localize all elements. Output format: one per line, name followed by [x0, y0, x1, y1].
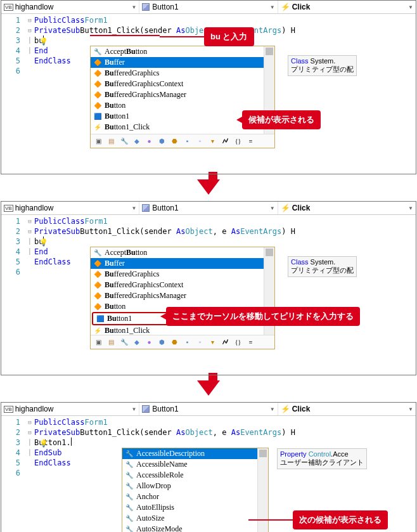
flow-arrow-icon: [197, 179, 220, 195]
intellisense-item-label: AllowDrop: [136, 481, 171, 491]
field-icon: 🔶: [93, 59, 102, 67]
intellisense-item[interactable]: 🔶Button: [91, 100, 264, 111]
intellisense-popup[interactable]: 🔧AcceptButton🔶Buffer🔶BufferedGraphics🔶Bu…: [90, 46, 275, 148]
intellisense-item-label: Button: [105, 302, 125, 311]
lightbulb-icon[interactable]: 💡: [39, 439, 48, 449]
dropdown-icon[interactable]: ▼: [408, 4, 413, 10]
wrench-icon: 🔧: [125, 515, 134, 522]
wrench-icon: 🔧: [93, 249, 102, 257]
intellisense-item-label: AutoSize: [136, 514, 165, 523]
intellisense-item[interactable]: 🔧AcceptButton: [91, 247, 264, 258]
field-icon: 🔶: [93, 91, 102, 99]
callout-input: bu と入力: [204, 27, 254, 46]
object-text: Button1: [152, 3, 178, 11]
intellisense-popup[interactable]: 🔧AcceptButton🔶Buffer🔶BufferedGraphics🔶Bu…: [90, 247, 275, 349]
filter-bar[interactable]: ▣▤🔧◆●⬢⬣▪▫▾🗲{}≡: [91, 134, 274, 148]
intellisense-item-label: AccessibleDescription: [136, 449, 205, 458]
wrench-icon: 🔧: [125, 450, 134, 458]
intellisense-item-label: AccessibleRole: [136, 470, 184, 480]
intellisense-list[interactable]: 🔧AccessibleDescription🔧AccessibleName🔧Ac…: [122, 448, 257, 532]
callout-candidates: 候補が表示される: [242, 110, 321, 129]
intellisense-item-label: Button: [105, 101, 125, 110]
object-seg[interactable]: Button1▼: [139, 1, 278, 13]
intellisense-item[interactable]: 🔧AllowDrop: [122, 481, 257, 491]
intellisense-item[interactable]: ⚡Button1_Click: [91, 122, 264, 133]
cube-icon: [142, 3, 150, 11]
intellisense-item-label: Button1_Click: [105, 326, 150, 335]
intellisense-item[interactable]: 🔶BufferedGraphics: [91, 269, 264, 280]
dropdown-icon[interactable]: ▼: [270, 4, 275, 10]
flow-arrow-icon: [197, 380, 220, 396]
intellisense-item-label: AcceptButton: [105, 47, 147, 56]
field-icon: 🔶: [93, 282, 102, 289]
nav-bar: VBhighandlow▼ Button1▼ ⚡Click▼: [1, 202, 416, 215]
intellisense-item[interactable]: ⚡Button1_Click: [91, 325, 264, 335]
nav-bar: VBhighandlow▼ Button1▼ ⚡Click▼: [1, 1, 416, 14]
intellisense-item[interactable]: 🔧AccessibleDescription: [122, 448, 257, 459]
intellisense-item[interactable]: 🔧AccessibleName: [122, 459, 257, 470]
intellisense-item-label: BufferedGraphicsContext: [105, 79, 183, 89]
wrench-icon: 🔧: [125, 472, 134, 479]
field-icon: 🔶: [93, 102, 102, 110]
intellisense-item[interactable]: 🔧AcceptButton: [91, 46, 264, 57]
intellisense-item-label: Button1: [107, 314, 132, 323]
intellisense-item-label: BufferedGraphicsContext: [105, 280, 183, 290]
wrench-icon: 🔧: [125, 483, 134, 490]
intellisense-item-label: Buffer: [105, 58, 125, 67]
intellisense-item[interactable]: 🔶BufferedGraphics: [91, 68, 264, 79]
field-icon: 🔶: [93, 271, 102, 278]
tooltip: Class System.プリミティブ型の配: [288, 256, 357, 277]
field-icon: 🔶: [93, 81, 102, 88]
editor-panel-2: VBhighandlow▼ Button1▼ ⚡Click▼ 1⊟Public …: [1, 201, 416, 375]
tooltip: Class System.プリミティブ型の配: [288, 55, 357, 76]
intellisense-item[interactable]: 🔧AutoSize: [122, 513, 257, 524]
intellisense-item[interactable]: 🔶BufferedGraphicsManager: [91, 290, 264, 301]
breadcrumb-seg[interactable]: VBhighandlow▼: [1, 1, 139, 13]
intellisense-item-label: AutoEllipsis: [136, 503, 174, 512]
filter-bar[interactable]: ▣▤🔧◆●⬢⬣▪▫▾🗲{}≡: [91, 335, 274, 349]
wrench-icon: 🔧: [93, 48, 102, 56]
intellisense-item[interactable]: 🔶BufferedGraphicsManager: [91, 89, 264, 100]
ev-icon: ⚡: [93, 327, 102, 335]
intellisense-item-label: Anchor: [136, 492, 159, 502]
intellisense-item-label: AccessibleName: [136, 460, 188, 469]
arrow-line: [90, 35, 160, 36]
breadcrumb-text: highandlow: [15, 3, 54, 11]
callout-cursor: ここまでカーソルを移動してピリオドを入力する: [166, 307, 360, 326]
intellisense-item[interactable]: 🔧Anchor: [122, 491, 257, 502]
intellisense-item-label: AcceptButton: [105, 248, 147, 257]
intellisense-item[interactable]: 🔶BufferedGraphicsContext: [91, 280, 264, 290]
intellisense-item-label: BufferedGraphics: [105, 269, 159, 279]
wrench-icon: 🔧: [125, 461, 134, 469]
intellisense-popup[interactable]: 🔧AccessibleDescription🔧AccessibleName🔧Ac…: [122, 448, 269, 532]
intellisense-item-label: AutoSizeMode: [136, 524, 183, 532]
intellisense-item-label: Buffer: [105, 259, 125, 268]
intellisense-item[interactable]: 🔶Buffer: [91, 258, 264, 269]
ev-icon: ⚡: [93, 124, 102, 131]
bolt-icon: ⚡: [281, 3, 290, 11]
intellisense-item[interactable]: 🔶ButtonBase: [91, 133, 264, 134]
cube-icon: 🟦: [96, 315, 105, 323]
cube-icon: 🟦: [93, 113, 102, 120]
intellisense-item-label: BufferedGraphics: [105, 68, 159, 78]
intellisense-item[interactable]: 🔶BufferedGraphicsContext: [91, 79, 264, 89]
field-icon: 🔶: [93, 303, 102, 311]
lightbulb-icon[interactable]: 💡: [39, 238, 48, 248]
vb-icon: VB: [4, 4, 13, 11]
intellisense-item-label: Button1: [105, 112, 129, 121]
editor-panel-3: VBhighandlow▼ Button1▼ ⚡Click▼ 1⊟Public …: [1, 402, 416, 532]
intellisense-item[interactable]: 🔧AutoEllipsis: [122, 502, 257, 513]
lightbulb-icon[interactable]: 💡: [39, 37, 48, 47]
field-icon: 🔶: [93, 260, 102, 268]
dropdown-icon[interactable]: ▼: [131, 4, 136, 10]
tooltip: Property Control.Acceユーザー補助クライアント: [277, 448, 367, 469]
field-icon: 🔶: [93, 70, 102, 77]
callout-next: 次の候補が表示される: [293, 510, 388, 529]
intellisense-item[interactable]: 🔶Buffer: [91, 57, 264, 68]
intellisense-item[interactable]: 🔧AutoSizeMode: [122, 524, 257, 532]
intellisense-item-label: BufferedGraphicsManager: [105, 90, 186, 100]
field-icon: 🔶: [93, 292, 102, 300]
wrench-icon: 🔧: [125, 493, 134, 501]
event-seg[interactable]: ⚡Click▼: [278, 1, 416, 13]
intellisense-item[interactable]: 🔧AccessibleRole: [122, 470, 257, 481]
